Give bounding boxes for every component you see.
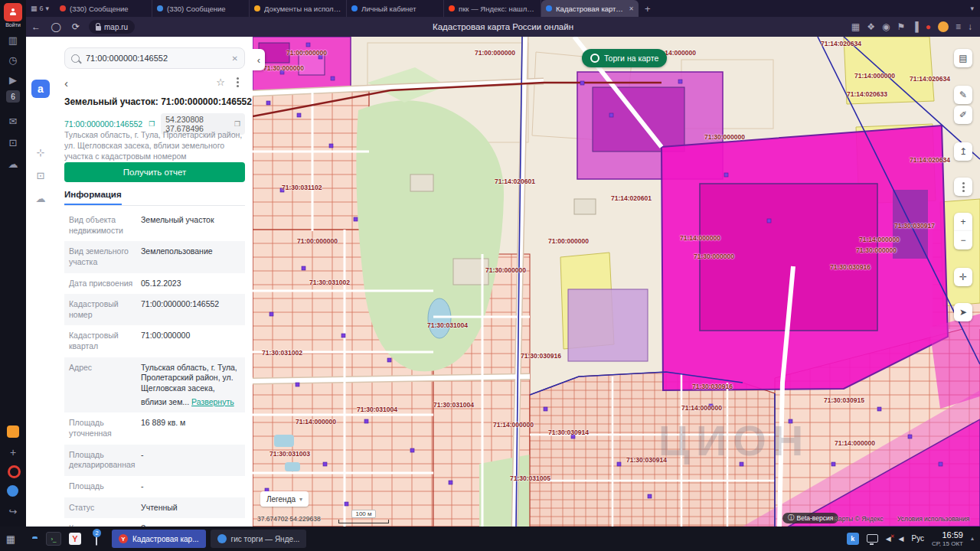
collapse-rail-icon[interactable]: ↪	[0, 507, 26, 517]
torgi-label: Торги на карте	[604, 54, 658, 63]
close-icon[interactable]: ✕	[629, 5, 634, 12]
tabstrip-menu-icon[interactable]: ▾	[970, 5, 980, 12]
panel-expander-icon[interactable]: ▴	[971, 535, 974, 542]
address-bar[interactable]: map.ru	[89, 20, 135, 34]
browser-tab[interactable]: (330) Сообщение	[55, 0, 152, 17]
tab-group-chip[interactable]: ▦ 6 ▾	[26, 5, 55, 12]
chat-icon[interactable]: ✉	[0, 116, 26, 126]
cloud-icon[interactable]: ☁	[0, 159, 26, 169]
tab-favicon	[157, 5, 163, 11]
map-attribution: Карты © Яндекс	[835, 515, 884, 523]
panel-back-icon[interactable]: ‹	[64, 77, 68, 90]
map-quarter-label: 71:14:000000	[296, 418, 336, 425]
browser-tab[interactable]: пкк — Яндекс: нашлось	[444, 0, 541, 17]
map-share-button[interactable]	[954, 178, 972, 196]
page-title: Кадастровая карта России онлайн	[26, 22, 980, 31]
locate-button[interactable]: ➤	[954, 303, 972, 321]
share-icon[interactable]	[237, 81, 239, 83]
select-area-icon[interactable]: ⊹	[26, 147, 55, 158]
site-logo[interactable]: a	[31, 80, 50, 98]
window-favicon	[217, 534, 227, 543]
row-label: Статус	[69, 503, 135, 514]
assistant-icon[interactable]: ◯	[46, 21, 66, 32]
blue-app-icon[interactable]	[7, 485, 18, 497]
copy-icon[interactable]: ❐	[149, 120, 155, 128]
taskbar-window-active[interactable]: Y Кадастровая кар...	[112, 530, 206, 548]
upload-button[interactable]: ↥	[954, 142, 972, 161]
launcher-icon[interactable]: ▦	[0, 533, 21, 545]
clear-search-icon[interactable]: ✕	[232, 54, 238, 63]
windows-icon: 2	[96, 533, 97, 546]
row-value: Тульская область, г. Тула, Пролетарский …	[141, 363, 240, 408]
terms-link[interactable]: Условия использования	[897, 515, 969, 523]
clock[interactable]: 16:59 СР, 15 ОКТ	[932, 530, 963, 547]
add-app-icon[interactable]: +	[0, 447, 26, 458]
kde-connect-icon[interactable]: k	[847, 533, 859, 545]
system-tray: k ◀✕ ◀ Рус 16:59 СР, 15 ОКТ ▴	[847, 530, 980, 547]
browser-tab[interactable]: Личный кабинет	[347, 0, 444, 17]
zoom-in-button[interactable]: +	[954, 213, 972, 231]
zoom-out-button[interactable]: −	[954, 231, 972, 249]
new-tab-button[interactable]: +	[639, 3, 657, 15]
table-row: Адрес Тульская область, г. Тула, Пролета…	[64, 357, 245, 413]
cadastral-number-link[interactable]: 71:00:000000:146552	[64, 119, 142, 129]
browser-tab-active[interactable]: Кадастровая карта Рос ✕	[541, 0, 639, 17]
volume-icon[interactable]: ◀	[899, 535, 904, 543]
row-label: Кадастровый квартал	[69, 331, 135, 351]
legend-button[interactable]: Легенда ▾	[260, 491, 309, 507]
mute-x-icon: ✕	[890, 533, 895, 540]
layers-button[interactable]: ▤	[954, 49, 972, 67]
cloud-tool-icon[interactable]: ☁	[26, 193, 55, 204]
volume-muted-icon[interactable]: ◀✕	[886, 535, 891, 543]
tab-information[interactable]: Информация	[64, 190, 122, 205]
share-icon	[962, 186, 965, 188]
camera-icon[interactable]: ◉	[882, 21, 890, 32]
draw-pencil-button[interactable]: ✎	[954, 86, 972, 104]
frame-tool-icon[interactable]: ⊡	[26, 170, 55, 181]
map-quarter-label: 71:30:031002	[309, 279, 350, 286]
copy-icon[interactable]: ❐	[234, 120, 240, 128]
y-app-icon[interactable]: Y	[64, 533, 86, 545]
notes-icon[interactable]: ▥	[0, 35, 26, 45]
play-icon[interactable]: ▶	[0, 75, 26, 85]
panel-collapse-button[interactable]: ‹	[253, 49, 265, 70]
browser-tab[interactable]: (330) Сообщение	[152, 0, 250, 17]
download-icon[interactable]: ↓	[968, 21, 972, 32]
bookmark-icon[interactable]: ⚑	[897, 21, 905, 32]
pan-button[interactable]: ✛	[954, 268, 972, 286]
ring-app-icon[interactable]	[8, 465, 21, 478]
window-title: Кадастровая кар...	[132, 535, 199, 543]
refresh-button[interactable]: ⟳	[66, 21, 86, 32]
avatar[interactable]	[938, 21, 949, 32]
display-icon[interactable]	[867, 534, 878, 543]
favorite-star-icon[interactable]: ☆	[216, 77, 225, 88]
history-clock-icon[interactable]: ◷	[0, 55, 26, 65]
back-button[interactable]: ←	[26, 21, 46, 32]
table-row: Площадь декларированная -	[64, 445, 245, 476]
login-button[interactable]	[4, 3, 22, 21]
tab-label: пкк — Яндекс: нашлось	[459, 5, 536, 13]
cadastral-map[interactable]: 71:00:000000 71:30:000000 71:00:000000 7…	[253, 37, 980, 527]
scan-icon[interactable]: ⊡	[0, 138, 26, 148]
draw-area-button[interactable]: ✐	[954, 106, 972, 124]
menu-icon[interactable]: ≡	[956, 21, 961, 32]
table-row: Площадь -	[64, 476, 245, 497]
extensions-icon[interactable]: ❖	[867, 21, 875, 32]
row-label: Вид земельного участка	[69, 246, 135, 267]
row-value: 71:00:000000	[141, 331, 240, 351]
torgi-map-button[interactable]: Торги на карте	[582, 49, 667, 67]
keyboard-layout[interactable]: Рус	[911, 534, 924, 543]
terminal-icon[interactable]: ›_	[43, 532, 64, 546]
get-report-button[interactable]: Получить отчет	[64, 162, 245, 182]
search-input[interactable]	[84, 53, 227, 64]
map-quarter-label: 71:30:030916	[692, 383, 733, 390]
taskbar-window[interactable]: гис торги — Янде...	[211, 530, 307, 548]
counter-badge[interactable]: 6	[6, 90, 20, 103]
tiles-icon[interactable]: ▦	[851, 21, 860, 32]
sidebar-toggle-icon[interactable]: ▐	[912, 21, 919, 32]
browser-tab[interactable]: Документы на исполнени	[250, 0, 347, 17]
expand-link[interactable]: Развернуть	[191, 397, 234, 408]
window-switcher-icon[interactable]: 2	[86, 533, 107, 545]
messenger-app-icon[interactable]	[7, 425, 19, 438]
record-icon[interactable]: ●	[926, 21, 931, 32]
